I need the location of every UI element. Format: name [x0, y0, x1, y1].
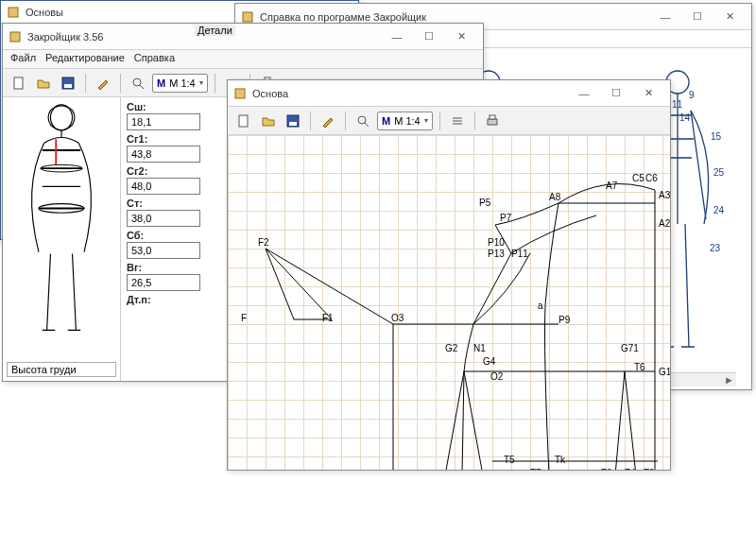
measure-label: Вг: — [127, 262, 204, 273]
point-label: a — [538, 301, 543, 311]
scale-selector[interactable]: M M 1:4 ▾ — [377, 112, 433, 130]
point-label: F2 — [258, 237, 269, 248]
close-button[interactable]: ✕ — [445, 26, 477, 47]
measure-input[interactable] — [127, 178, 200, 195]
toolbar-separator — [439, 112, 440, 130]
point-label: P11 — [511, 249, 528, 259]
figure-caption: Высота груди — [7, 362, 116, 377]
point-label: P10 — [488, 237, 505, 248]
measure-label: Сш: — [127, 101, 204, 112]
point-label: A7 — [606, 180, 617, 191]
open-icon[interactable] — [258, 111, 279, 131]
help-label: 24 — [713, 205, 724, 215]
scale-selector[interactable]: M M 1:4 ▾ — [152, 74, 208, 93]
menu-edit[interactable]: Редактирование — [45, 52, 125, 66]
svg-point-18 — [358, 116, 366, 124]
zoom-fit-icon[interactable] — [128, 73, 148, 94]
maximize-button[interactable]: ☐ — [413, 26, 445, 47]
toolbar-separator — [215, 74, 215, 93]
point-label: F1 — [322, 313, 334, 323]
point-label: G71 — [621, 343, 639, 353]
body-figure — [9, 101, 113, 337]
point-label: O3 — [391, 313, 404, 323]
measure-label: Ст: — [127, 198, 204, 209]
svg-rect-0 — [243, 12, 252, 22]
close-button[interactable]: ✕ — [632, 83, 664, 104]
save-icon[interactable] — [283, 111, 303, 131]
maximize-button[interactable]: ☐ — [600, 83, 632, 104]
figure-panel: Высота груди — [3, 97, 121, 381]
minimize-button[interactable]: — — [649, 7, 681, 27]
point-label: A3 — [659, 190, 670, 200]
minimize-button[interactable]: — — [381, 26, 413, 47]
new-icon[interactable] — [9, 73, 29, 94]
measure-input[interactable] — [127, 210, 200, 227]
measure-input[interactable] — [127, 113, 200, 130]
main-titlebar[interactable]: Закройщик 3.56 — ☐ ✕ — [3, 24, 483, 50]
measure-row: Сб: — [127, 230, 204, 259]
point-label: O2 — [490, 371, 503, 382]
scale-value: M 1:4 — [169, 77, 196, 89]
chevron-down-icon: ▾ — [424, 116, 428, 125]
details-title: Детали — [195, 25, 235, 36]
pattern-window: Основа — ☐ ✕ M M 1:4 ▾ — [227, 79, 671, 471]
point-label: P13 — [488, 249, 505, 259]
measure-label: Сг1: — [127, 133, 204, 145]
print-icon[interactable] — [482, 111, 503, 131]
save-icon[interactable] — [58, 73, 78, 94]
svg-rect-20 — [490, 115, 495, 119]
point-label: T5 — [504, 455, 515, 465]
pattern-canvas[interactable]: A7 A8 A3 C5 C6 P5 P7 P10 P13 P11 A2 F2 F… — [228, 135, 670, 470]
pattern-toolbar: M M 1:4 ▾ — [228, 107, 670, 135]
align-icon[interactable] — [447, 111, 468, 131]
zoom-fit-icon[interactable] — [352, 111, 373, 131]
point-label: A2 — [659, 218, 670, 229]
pattern-drawing — [228, 135, 670, 470]
point-label: C5 — [632, 173, 644, 183]
maximize-button[interactable]: ☐ — [681, 7, 713, 27]
point-label: P7 — [500, 213, 511, 223]
svg-rect-14 — [235, 89, 245, 98]
main-menubar: Файл Редактирование Справка — [3, 50, 483, 69]
measure-input[interactable] — [127, 146, 200, 163]
measure-row: Ст: — [127, 198, 204, 227]
toolbar-separator — [85, 74, 86, 93]
measurements-panel: Сш: Сг1: Сг2: Ст: Сб: Вг: Дт.п: — [121, 97, 210, 381]
svg-rect-5 — [14, 77, 23, 89]
new-icon[interactable] — [233, 111, 254, 131]
menu-help[interactable]: Справка — [134, 52, 175, 66]
brush-icon[interactable] — [318, 111, 338, 131]
open-icon[interactable] — [33, 73, 54, 94]
pattern-titlebar[interactable]: Основа — ☐ ✕ — [228, 80, 670, 107]
point-label: Tk — [555, 455, 565, 465]
chevron-down-icon: ▾ — [199, 78, 203, 87]
point-label: G1 — [659, 367, 670, 377]
help-label: 23 — [710, 243, 720, 253]
point-label: T4 — [625, 468, 636, 470]
point-label: T9 — [644, 468, 655, 470]
scale-value: M 1:4 — [394, 115, 421, 127]
help-label: 25 — [713, 167, 724, 178]
point-label: C6 — [645, 173, 658, 183]
measure-row: Сг2: — [127, 165, 204, 195]
point-label: A8 — [549, 192, 560, 202]
close-button[interactable]: ✕ — [713, 7, 746, 27]
help-label: 9 — [689, 90, 695, 100]
point-label: T8 — [601, 468, 612, 470]
app-icon — [241, 10, 254, 24]
toolbar-separator — [345, 112, 346, 130]
app-icon — [233, 87, 247, 100]
scroll-right-icon[interactable]: ► — [722, 374, 736, 386]
brush-icon[interactable] — [93, 73, 113, 94]
minimize-button[interactable]: — — [568, 83, 600, 104]
scale-m-icon: M — [157, 77, 165, 89]
app-icon — [9, 30, 22, 43]
point-label: G4 — [483, 356, 495, 367]
measure-row: Сш: — [127, 101, 204, 130]
point-label: P9 — [558, 315, 570, 325]
measure-input[interactable] — [127, 242, 200, 259]
measure-input[interactable] — [127, 274, 200, 291]
svg-rect-15 — [239, 115, 248, 127]
menu-file[interactable]: Файл — [10, 52, 36, 66]
pattern-title: Основа — [252, 88, 568, 99]
